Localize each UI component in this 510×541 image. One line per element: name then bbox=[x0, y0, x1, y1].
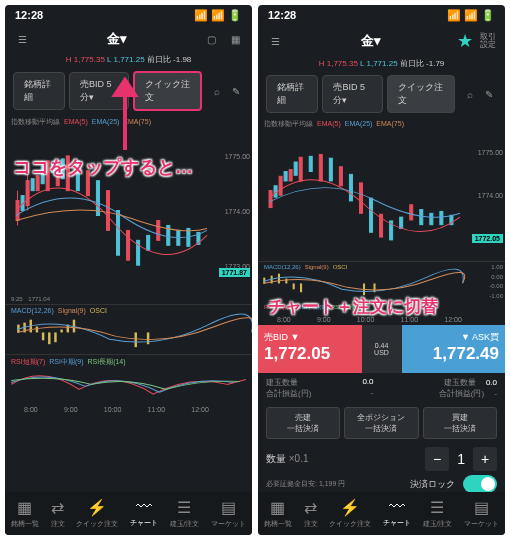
margin-req: 必要証拠金目安: 1,199 円 bbox=[266, 479, 345, 489]
settings-button[interactable]: 取引 設定 bbox=[479, 32, 497, 50]
bid-price: 1,772.05 bbox=[264, 344, 356, 364]
spread-display: 0.44USD bbox=[362, 325, 402, 373]
indicator-icon[interactable]: ⌕ bbox=[463, 85, 478, 103]
ask-button[interactable]: ▼ ASK買 1,772.49 bbox=[402, 325, 506, 373]
menu-icon[interactable]: ☰ bbox=[13, 30, 31, 48]
nav-chart[interactable]: 〰チャート bbox=[130, 498, 158, 529]
header: ☰ 金▾ ▢ ▦ bbox=[5, 26, 252, 52]
nav-market[interactable]: ▤マーケット bbox=[464, 498, 499, 529]
qty-value[interactable]: 1 bbox=[457, 451, 465, 467]
close-sell-button[interactable]: 売建 一括決済 bbox=[266, 407, 340, 439]
nav-list[interactable]: ▦銘柄一覧 bbox=[11, 498, 39, 529]
layout-icon[interactable]: ▢ bbox=[202, 30, 220, 48]
main-chart[interactable]: 1775.001774.001773.00 1771.87 bbox=[5, 129, 252, 294]
status-time: 12:28 bbox=[15, 9, 43, 22]
svg-rect-50 bbox=[309, 156, 312, 171]
svg-rect-32 bbox=[54, 332, 56, 342]
status-icons: 📶 📶 🔋 bbox=[194, 9, 242, 22]
tab-detail[interactable]: 銘柄詳細 bbox=[13, 72, 65, 110]
status-icons: 📶 📶 🔋 bbox=[447, 9, 495, 22]
svg-rect-37 bbox=[147, 332, 149, 344]
draw-icon[interactable]: ✎ bbox=[482, 85, 497, 103]
status-bar: 12:28 📶 📶 🔋 bbox=[5, 5, 252, 26]
nav-order[interactable]: ⇄注文 bbox=[51, 498, 65, 529]
annotation-right: チャート＋注文に切替 bbox=[268, 295, 438, 318]
low-label: L 1,771.25 bbox=[107, 55, 145, 64]
close-buy-button[interactable]: 買建 一括決済 bbox=[423, 407, 497, 439]
grid-icon[interactable]: ▦ bbox=[226, 30, 244, 48]
rsi-chart[interactable]: RSI短期(7)RSI中期(9)RSI長期(14) bbox=[5, 354, 252, 404]
tab-row: 銘柄詳細 売BID 5分▾ クイック注文 ⌕ ✎ bbox=[258, 71, 505, 117]
svg-rect-41 bbox=[299, 157, 302, 181]
svg-rect-11 bbox=[157, 220, 160, 240]
candlesticks bbox=[264, 143, 465, 257]
nav-order[interactable]: ⇄注文 bbox=[304, 498, 318, 529]
svg-rect-33 bbox=[60, 330, 62, 333]
tab-detail[interactable]: 銘柄詳細 bbox=[266, 75, 318, 113]
tab-quick-order[interactable]: クイック注文 bbox=[387, 75, 455, 113]
lock-label: 決済ロック bbox=[410, 478, 455, 491]
change-label: 前日比 -1.98 bbox=[147, 55, 191, 64]
bottom-nav: ▦銘柄一覧 ⇄注文 ⚡クイック注文 〰チャート ☰建玉/注文 ▤マーケット bbox=[5, 492, 252, 535]
favorite-icon[interactable]: ★ bbox=[457, 30, 473, 52]
tab-bid[interactable]: 売BID 5分▾ bbox=[322, 75, 382, 113]
svg-rect-39 bbox=[279, 176, 282, 195]
svg-rect-55 bbox=[400, 217, 403, 228]
price-tag: 1772.05 bbox=[472, 234, 503, 243]
nav-pos[interactable]: ☰建玉/注文 bbox=[170, 498, 200, 529]
macd-chart[interactable]: MACD(12,26)Signal(9)OSCI bbox=[5, 304, 252, 354]
svg-rect-58 bbox=[440, 211, 443, 224]
bottom-nav: ▦銘柄一覧 ⇄注文 ⚡クイック注文 〰チャート ☰建玉/注文 ▤マーケット bbox=[258, 492, 505, 535]
svg-rect-49 bbox=[294, 162, 297, 175]
svg-rect-10 bbox=[127, 230, 130, 260]
close-controls: 売建 一括決済 全ポジション 一括決済 買建 一括決済 bbox=[258, 403, 505, 443]
nav-pos[interactable]: ☰建玉/注文 bbox=[423, 498, 453, 529]
svg-rect-48 bbox=[284, 172, 287, 182]
qty-plus-button[interactable]: + bbox=[473, 447, 497, 471]
instrument-title[interactable]: 金▾ bbox=[290, 32, 451, 50]
main-chart[interactable]: 1775.001774.001773.00 1772.05 bbox=[258, 131, 505, 261]
svg-rect-29 bbox=[36, 327, 38, 333]
instrument-title[interactable]: 金▾ bbox=[37, 30, 196, 48]
svg-rect-38 bbox=[269, 191, 272, 208]
svg-rect-36 bbox=[135, 332, 137, 347]
nav-chart[interactable]: 〰チャート bbox=[383, 498, 411, 529]
lock-toggle[interactable] bbox=[463, 475, 497, 493]
indicator-icon[interactable]: ⌕ bbox=[210, 82, 225, 100]
svg-rect-19 bbox=[117, 211, 120, 256]
svg-rect-18 bbox=[96, 181, 99, 216]
svg-rect-51 bbox=[329, 158, 332, 181]
svg-rect-21 bbox=[147, 235, 150, 250]
menu-icon[interactable]: ☰ bbox=[266, 32, 284, 50]
svg-rect-31 bbox=[48, 332, 50, 344]
time-marker: 9:25 1771.04 bbox=[5, 294, 252, 304]
svg-rect-53 bbox=[370, 198, 373, 232]
nav-market[interactable]: ▤マーケット bbox=[211, 498, 246, 529]
qty-row: 数量 ×0.1 − 1 + bbox=[258, 443, 505, 475]
bid-button[interactable]: 売BID ▼ 1,772.05 bbox=[258, 325, 362, 373]
tab-quick-order[interactable]: クイック注文 bbox=[133, 71, 202, 111]
price-summary: H 1,775.35 L 1,771.25 前日比 -1.79 bbox=[258, 56, 505, 71]
svg-rect-57 bbox=[430, 213, 433, 224]
svg-rect-43 bbox=[339, 167, 342, 186]
status-time: 12:28 bbox=[268, 9, 296, 22]
close-all-button[interactable]: 全ポジション 一括決済 bbox=[344, 407, 418, 439]
ask-price: 1,772.49 bbox=[408, 344, 500, 364]
svg-rect-63 bbox=[285, 279, 287, 284]
nav-list[interactable]: ▦銘柄一覧 bbox=[264, 498, 292, 529]
bid-ask-row: 売BID ▼ 1,772.05 0.44USD ▼ ASK買 1,772.49 bbox=[258, 325, 505, 373]
x-axis: 8:009:0010:0011:0012:00 bbox=[5, 404, 252, 415]
nav-quick[interactable]: ⚡クイック注文 bbox=[76, 498, 118, 529]
order-panel: 売BID ▼ 1,772.05 0.44USD ▼ ASK買 1,772.49 … bbox=[258, 325, 505, 497]
price-tag: 1771.87 bbox=[219, 268, 250, 277]
annotation-left: ココをタップすると… bbox=[13, 155, 193, 179]
draw-icon[interactable]: ✎ bbox=[229, 82, 244, 100]
price-summary: H 1,775.35 L 1,771.25 前日比 -1.98 bbox=[5, 52, 252, 67]
svg-rect-46 bbox=[410, 205, 413, 220]
qty-minus-button[interactable]: − bbox=[425, 447, 449, 471]
svg-rect-64 bbox=[293, 283, 295, 289]
nav-quick[interactable]: ⚡クイック注文 bbox=[329, 498, 371, 529]
svg-rect-42 bbox=[319, 154, 322, 181]
phone-right: 12:28 📶 📶 🔋 ☰ 金▾ ★ 取引 設定 H 1,775.35 L 1,… bbox=[258, 5, 505, 535]
position-stats: 建玉数量 0.0合計損益(円) - 建玉数量 0.0合計損益(円) - bbox=[258, 373, 505, 403]
